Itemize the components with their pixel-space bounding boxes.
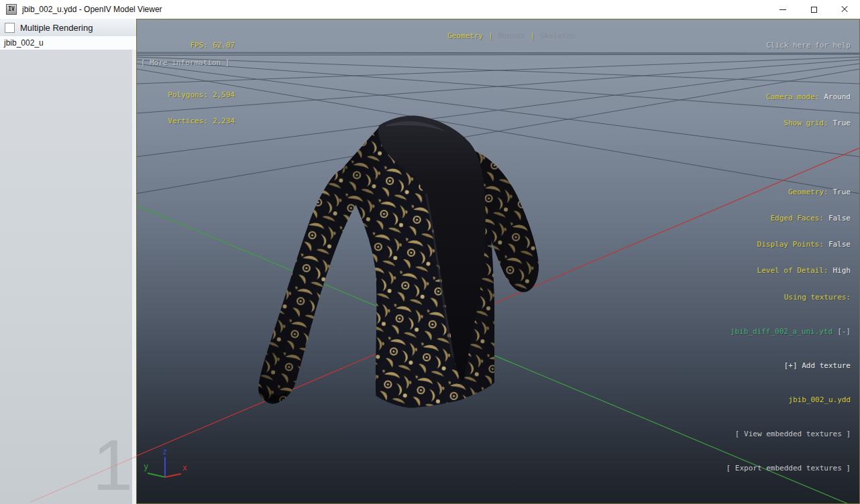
multiple-rendering-row: Multiple Rendering [0,19,136,36]
remove-texture-button[interactable]: [-] [837,327,851,336]
export-embedded-textures-button[interactable]: [ Export embedded textures ] [727,462,851,474]
tab-bounds[interactable]: Bounds [498,32,525,40]
minimize-button[interactable] [767,0,798,19]
maximize-button[interactable] [798,0,829,19]
using-textures-header: Using textures: [727,292,851,303]
camera-mode-label: Camera mode: [766,92,819,101]
gizmo-y-label: y [144,462,148,471]
sidebar: Multiple Rendering jbib_002_u 1 [0,19,136,504]
add-texture-button[interactable]: [+] Add texture [727,360,851,371]
camera-mode-setting[interactable]: Camera mode:Around [757,92,851,101]
watermark-number: 1 [93,429,133,501]
minimize-icon [780,9,786,10]
vertices-row: Vertices:2,234 [142,117,235,125]
view-tabs: Geometry|Bounds|Skeleton [137,23,859,49]
app-icon: IV [6,4,17,15]
settings-overlay: Click here for help Camera mode:Around S… [757,23,851,310]
texture-file-link[interactable]: jbib_diff_002_a_uni.ytd [731,327,832,336]
close-button[interactable] [829,0,860,19]
model-file-name: jbib_002_u.ydd [727,394,851,405]
model-list-item[interactable]: jbib_002_u [0,36,136,50]
geometry-label: Geometry: [788,188,828,196]
gizmo-z-label: z [162,447,167,456]
window-title: jbib_002_u.ydd - OpenIV Model Viewer [22,5,162,14]
show-grid-label: Show grid: [784,119,828,127]
multiple-rendering-label: Multiple Rendering [20,23,93,33]
polygons-row: Polygons:2,594 [142,90,235,99]
tab-separator: | [488,32,493,40]
gizmo-x-label: x [182,463,187,472]
view-embedded-textures-button[interactable]: [ View embedded textures ] [727,428,851,440]
maximize-icon [811,7,817,13]
textures-overlay: Using textures: jbib_diff_002_a_uni.ytd[… [727,269,851,497]
display-points-value: False [828,240,851,249]
tab-geometry[interactable]: Geometry [447,32,483,40]
geometry-setting[interactable]: Geometry:True [757,188,851,196]
viewport: z y x FPS:62.07 Polygons:2,594 Vertices:… [136,19,860,504]
close-icon [841,6,848,13]
vertices-label: Vertices: [168,117,208,125]
display-points-label: Display Points: [757,240,824,249]
help-link[interactable]: Click here for help [757,41,851,50]
model-list: jbib_002_u [0,36,136,50]
tab-separator: | [530,32,535,40]
edged-faces-value: False [828,214,851,223]
window-controls [767,0,860,19]
texture-row: jbib_diff_002_a_uni.ytd[-] [727,326,851,337]
vertices-value: 2,234 [213,117,235,125]
jacket-model [258,115,539,407]
edged-faces-setting[interactable]: Edged Faces:False [757,214,851,223]
titlebar[interactable]: IV jbib_002_u.ydd - OpenIV Model Viewer [0,0,860,19]
geometry-value: True [833,188,851,196]
axis-gizmo: z y x [144,447,187,477]
tab-skeleton[interactable]: Skeleton [540,32,576,40]
camera-mode-value: Around [824,92,851,101]
display-points-setting[interactable]: Display Points:False [757,240,851,249]
edged-faces-label: Edged Faces: [770,214,823,223]
polygons-value: 2,594 [213,90,235,99]
show-grid-setting[interactable]: Show grid:True [757,119,851,127]
show-grid-value: True [833,119,851,127]
more-information-button[interactable]: [ More information ] [141,58,229,67]
app-window: IV jbib_002_u.ydd - OpenIV Model Viewer … [0,0,860,504]
polygons-label: Polygons: [168,90,208,99]
multiple-rendering-checkbox[interactable] [5,23,15,33]
